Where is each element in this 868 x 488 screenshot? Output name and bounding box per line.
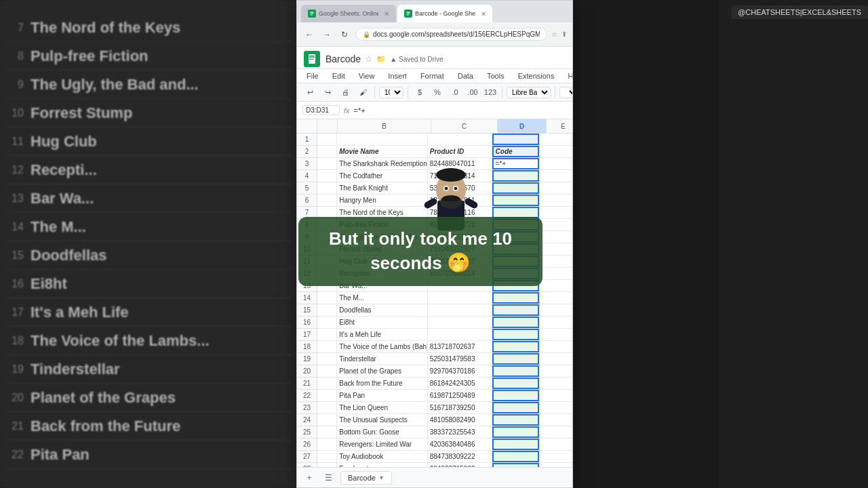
- cell-a3[interactable]: [317, 158, 337, 169]
- menu-format[interactable]: Format: [418, 70, 447, 81]
- cell-e8[interactable]: [539, 219, 572, 230]
- cell-e4[interactable]: [539, 170, 572, 182]
- cell-d24[interactable]: [492, 414, 540, 426]
- cell-b1[interactable]: [337, 134, 428, 145]
- cell-c20[interactable]: 929704370186: [428, 365, 492, 377]
- currency-button[interactable]: $: [412, 85, 427, 100]
- cell-a24[interactable]: [317, 414, 337, 426]
- browser-tab-2[interactable]: Barcode - Google She ✕: [397, 5, 492, 22]
- cell-e12[interactable]: [539, 268, 572, 279]
- col-header-a[interactable]: [317, 119, 338, 133]
- grid-row-24[interactable]: The Unusual Suspects481058082490: [317, 414, 572, 426]
- cell-b18[interactable]: The Voice of the Lambs (Bah): [337, 341, 428, 352]
- cell-e21[interactable]: [539, 378, 572, 389]
- cell-a14[interactable]: [317, 292, 337, 304]
- cell-a19[interactable]: [317, 353, 337, 365]
- share-icon[interactable]: ⬆: [561, 30, 567, 38]
- grid-row-27[interactable]: Toy Audiobook884738309222: [317, 451, 572, 463]
- cell-d19[interactable]: [492, 353, 540, 365]
- cell-a17[interactable]: [317, 329, 337, 340]
- cell-e24[interactable]: [539, 414, 572, 426]
- grid-row-18[interactable]: The Voice of the Lambs (Bah)813718702637: [317, 341, 572, 353]
- cell-c23[interactable]: 516718739250: [428, 402, 492, 413]
- cell-b27[interactable]: Toy Audiobook: [337, 451, 428, 462]
- cell-e16[interactable]: [539, 317, 572, 328]
- cell-e17[interactable]: [539, 329, 572, 340]
- bookmark-icon[interactable]: ☆: [551, 30, 557, 38]
- cell-b25[interactable]: Bottom Gun: Goose: [337, 426, 428, 438]
- cell-c26[interactable]: 420363840486: [428, 439, 492, 450]
- cell-c21[interactable]: 861842424305: [428, 378, 492, 389]
- cell-b21[interactable]: Back from the Future: [337, 378, 428, 389]
- cell-e27[interactable]: [539, 451, 572, 462]
- col-header-e[interactable]: E: [547, 119, 572, 133]
- cell-b5[interactable]: The Bark Knight: [337, 182, 428, 194]
- cell-e3[interactable]: [539, 158, 572, 169]
- cell-e13[interactable]: [539, 280, 572, 291]
- zoom-select[interactable]: 100%: [379, 87, 403, 98]
- grid-row-25[interactable]: Bottom Gun: Goose383372325543: [317, 426, 572, 439]
- decrease-decimal[interactable]: .0: [448, 85, 462, 100]
- print-button[interactable]: 🖨: [338, 85, 353, 100]
- cell-b19[interactable]: Tinderstellar: [337, 353, 428, 365]
- cell-d21[interactable]: [492, 378, 540, 389]
- cell-b22[interactable]: Pita Pan: [337, 390, 428, 401]
- font-size-select[interactable]: 12: [559, 87, 572, 98]
- tab-1-close[interactable]: ✕: [384, 10, 389, 18]
- tab-2-close[interactable]: ✕: [481, 10, 486, 18]
- cell-a21[interactable]: [317, 378, 337, 389]
- cell-b6[interactable]: Hangry Men: [337, 195, 428, 206]
- cell-e11[interactable]: [539, 256, 572, 267]
- cell-d4[interactable]: [492, 170, 540, 182]
- cell-d25[interactable]: [492, 426, 540, 438]
- grid-row-14[interactable]: The M...: [317, 292, 572, 304]
- sheet-tab-dropdown-icon[interactable]: ▼: [378, 474, 384, 481]
- cell-e7[interactable]: [539, 207, 572, 218]
- menu-edit[interactable]: Edit: [330, 70, 348, 81]
- address-bar[interactable]: 🔒 docs.google.com/spreadsheets/d/156ERCL…: [355, 28, 547, 41]
- cell-a6[interactable]: [317, 195, 337, 206]
- cell-a1[interactable]: [317, 134, 337, 145]
- cell-d14[interactable]: [492, 292, 540, 304]
- cell-d17[interactable]: [492, 329, 540, 340]
- grid-row-17[interactable]: It's a Meh Life: [317, 329, 572, 341]
- grid-row-15[interactable]: Doodfellas: [317, 304, 572, 317]
- cell-reference[interactable]: [302, 105, 340, 115]
- increase-decimal[interactable]: .00: [465, 85, 480, 100]
- cell-d26[interactable]: [492, 439, 540, 450]
- menu-extensions[interactable]: Extensions: [515, 70, 557, 81]
- cell-b23[interactable]: The Lion Queen: [337, 402, 428, 413]
- percent-button[interactable]: %: [430, 85, 445, 100]
- cell-d3[interactable]: =*+: [492, 158, 540, 169]
- cell-e1[interactable]: [539, 134, 572, 145]
- cell-c18[interactable]: 813718702637: [428, 341, 492, 352]
- cell-b24[interactable]: The Unusual Suspects: [337, 414, 428, 426]
- browser-tab-1[interactable]: Google Sheets: Online Spread... ✕: [301, 5, 396, 22]
- menu-tools[interactable]: Tools: [484, 70, 507, 81]
- cell-e18[interactable]: [539, 341, 572, 352]
- col-header-b[interactable]: B: [338, 119, 431, 133]
- cell-c27[interactable]: 884738309222: [428, 451, 492, 462]
- menu-data[interactable]: Data: [455, 70, 476, 81]
- cell-c22[interactable]: 619871250489: [428, 390, 492, 401]
- sheet-tab-barcode[interactable]: Barcode ▼: [340, 471, 392, 485]
- cell-d18[interactable]: [492, 341, 540, 352]
- cell-e5[interactable]: [539, 182, 572, 194]
- menu-file[interactable]: File: [304, 70, 321, 81]
- cell-b15[interactable]: Doodfellas: [337, 304, 428, 316]
- cell-d6[interactable]: [492, 195, 540, 206]
- cell-b2[interactable]: Movie Name: [337, 146, 428, 157]
- cell-c17[interactable]: [428, 329, 492, 340]
- cell-e15[interactable]: [539, 304, 572, 316]
- cell-b26[interactable]: Revengers: Limited War: [337, 439, 428, 450]
- cell-e25[interactable]: [539, 426, 572, 438]
- cell-a22[interactable]: [317, 390, 337, 401]
- cell-c19[interactable]: 525031479583: [428, 353, 492, 365]
- cell-c1[interactable]: [428, 134, 492, 145]
- cell-c15[interactable]: [428, 304, 492, 316]
- cell-e6[interactable]: [539, 195, 572, 206]
- format-paint-button[interactable]: 🖌: [355, 85, 370, 100]
- cell-e14[interactable]: [539, 292, 572, 304]
- cell-b16[interactable]: Ei8ht: [337, 317, 428, 328]
- cell-c25[interactable]: 383372325543: [428, 426, 492, 438]
